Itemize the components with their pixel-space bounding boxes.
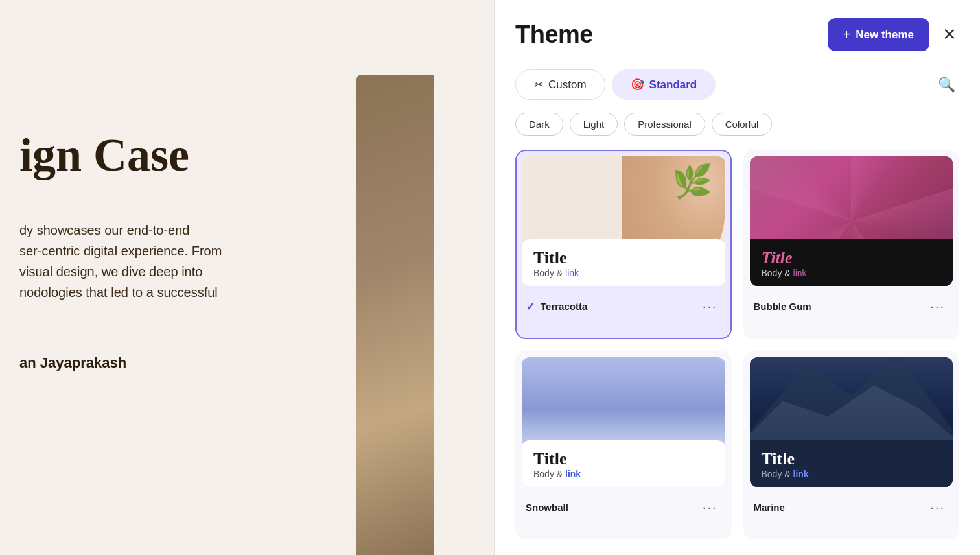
bubblegum-footer: Bubble Gum ··· <box>745 291 959 322</box>
standard-icon: 🎯 <box>631 78 644 91</box>
bubblegum-body: Body & link <box>762 268 942 278</box>
preview-text-area: ign Case dy showcases our end-to-end ser… <box>0 117 241 384</box>
filter-row: Dark Light Professional Colorful <box>515 113 959 136</box>
bubblegum-name: Bubble Gum <box>754 301 811 312</box>
background-image <box>356 75 434 555</box>
plus-icon: + <box>843 27 851 42</box>
marine-title: Title <box>762 449 942 469</box>
close-button[interactable]: ✕ <box>940 22 959 47</box>
filter-light[interactable]: Light <box>570 113 618 136</box>
theme-card-bubblegum[interactable]: Title Body & link Bubble Gum ··· <box>743 150 960 339</box>
snowball-inner: Title Body & link <box>522 357 725 487</box>
snowball-content: Title Body & link <box>522 440 725 487</box>
terracotta-preview: 🌿 Title Body & link <box>522 156 725 286</box>
marine-more-button[interactable]: ··· <box>926 499 949 516</box>
snowball-name: Snowball <box>526 502 568 513</box>
filter-dark[interactable]: Dark <box>515 113 563 136</box>
marine-name: Marine <box>754 502 785 513</box>
tab-custom-label: Custom <box>548 78 587 91</box>
search-button[interactable]: 🔍 <box>934 73 959 97</box>
new-theme-button[interactable]: + New theme <box>828 18 929 51</box>
filter-colorful[interactable]: Colorful <box>712 113 773 136</box>
tab-custom[interactable]: ✂ Custom <box>515 69 605 100</box>
snowball-more-button[interactable]: ··· <box>699 499 721 516</box>
check-icon: ✓ <box>526 300 535 314</box>
bubblegum-inner: Title Body & link <box>750 156 953 286</box>
preview-title: ign Case <box>19 130 222 181</box>
theme-panel: Theme + New theme ✕ ✂ Custom 🎯 Standard … <box>494 0 980 555</box>
plant-icon: 🌿 <box>672 163 712 200</box>
snowball-body: Body & link <box>533 469 714 479</box>
filter-professional[interactable]: Professional <box>624 113 705 136</box>
tab-standard[interactable]: 🎯 Standard <box>612 69 716 100</box>
terracotta-inner: 🌿 Title Body & link <box>522 156 725 286</box>
marine-content: Title Body & link <box>750 440 953 487</box>
bubblegum-more-button[interactable]: ··· <box>926 298 949 315</box>
snowball-footer: Snowball ··· <box>517 492 730 523</box>
tab-standard-label: Standard <box>649 78 697 91</box>
terracotta-footer: ✓ Terracotta ··· <box>517 291 730 322</box>
marine-body: Body & link <box>762 469 942 479</box>
theme-card-terracotta[interactable]: 🌿 Title Body & link ✓ Terracotta ··· <box>515 150 732 339</box>
scissors-icon: ✂ <box>534 78 543 91</box>
new-theme-label: New theme <box>856 29 914 41</box>
theme-card-marine[interactable]: Title Body & link Marine ··· <box>743 351 960 540</box>
marine-inner: Title Body & link <box>750 357 953 487</box>
marine-preview: Title Body & link <box>750 357 953 487</box>
snowball-title: Title <box>533 449 714 469</box>
snowball-preview: Title Body & link <box>522 357 725 487</box>
bubblegum-content: Title Body & link <box>750 239 953 286</box>
theme-grid: 🌿 Title Body & link ✓ Terracotta ··· <box>515 150 959 539</box>
header-actions: + New theme ✕ <box>828 18 959 51</box>
terracotta-more-button[interactable]: ··· <box>699 298 721 315</box>
terracotta-content: Title Body & link <box>522 239 725 286</box>
terracotta-body: Body & link <box>533 268 714 278</box>
terracotta-link: link <box>565 268 579 278</box>
close-icon: ✕ <box>942 25 957 45</box>
panel-header: Theme + New theme ✕ <box>515 18 959 51</box>
preview-body: dy showcases our end-to-end ser-centric … <box>19 220 222 303</box>
background-preview: ign Case dy showcases our end-to-end ser… <box>0 0 434 555</box>
terracotta-name: ✓ Terracotta <box>526 300 587 314</box>
theme-card-snowball[interactable]: Title Body & link Snowball ··· <box>515 351 732 540</box>
tab-row: ✂ Custom 🎯 Standard 🔍 <box>515 69 959 100</box>
search-icon: 🔍 <box>938 77 955 93</box>
panel-title: Theme <box>515 21 593 49</box>
bubblegum-preview: Title Body & link <box>750 156 953 286</box>
snowball-link: link <box>565 469 581 479</box>
terracotta-title: Title <box>533 248 714 268</box>
preview-author: an Jayaprakash <box>19 355 222 372</box>
marine-link: link <box>793 469 809 479</box>
marine-footer: Marine ··· <box>745 492 959 523</box>
bubblegum-link: link <box>793 268 807 278</box>
bubblegum-title: Title <box>762 248 942 268</box>
